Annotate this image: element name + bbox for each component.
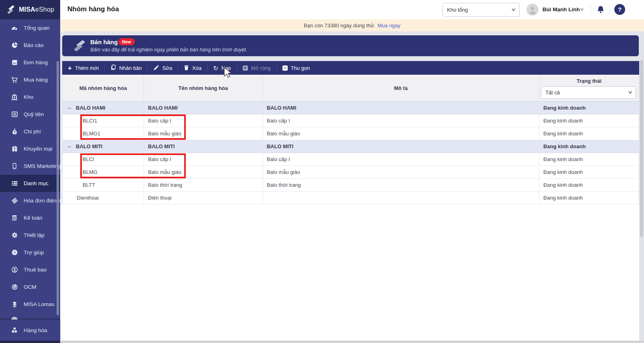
ocm-swirl-icon (10, 284, 18, 291)
table-row[interactable]: Dienthoai Điện thoại Đang kinh doanh (63, 192, 639, 204)
sidebar-item-thue-bao[interactable]: Thuê bao (0, 261, 60, 278)
report-icon (10, 42, 18, 49)
collapse-icon[interactable]: – (67, 106, 72, 110)
brand-text-bold: MISA (19, 6, 35, 13)
header-divider (591, 5, 591, 14)
table-row[interactable]: –BALO HAMI BALO HAMI BALO HAMI Đang kinh… (63, 102, 639, 114)
header-divider (610, 5, 610, 14)
sidebar-item-sms-marketing[interactable]: SMS Marketing (0, 157, 60, 175)
column-header-code[interactable]: Mã nhóm hàng hóa (63, 75, 144, 101)
sidebar-item-kho[interactable]: Kho (0, 88, 60, 106)
app-window: MISAeShop Tổng quan Báo cáo Đơn hàng (0, 0, 644, 343)
duplicate-icon (110, 64, 116, 71)
warehouse-icon (10, 94, 18, 101)
reload-button[interactable]: ↻ Nạp (207, 61, 236, 75)
new-badge: New (118, 38, 135, 45)
sidebar-item-tro-giup[interactable]: ? Trợ giúp (0, 244, 60, 261)
sidebar-item-hang-hoa[interactable]: Hàng hóa (0, 320, 60, 340)
dashboard-icon (10, 24, 18, 32)
warehouse-select-value: Kho tổng (447, 7, 468, 13)
status-cell: Đang kinh doanh (539, 179, 639, 191)
top-header: Nhóm hàng hóa Kho tổng ˅ Bùi Mạnh Linh ˅… (60, 0, 644, 19)
help-button[interactable]: ? (614, 4, 625, 15)
delete-button[interactable]: Xóa (178, 61, 207, 75)
sidebar-item-hoa-don-dien-tu[interactable]: Hóa đơn điện tử (0, 192, 60, 209)
lomas-layers-icon (10, 301, 18, 308)
trial-text: Bạn còn 73380 ngày dùng thử. (304, 22, 376, 29)
table-row[interactable]: BLMG1 Balo mẫu giáo Balo mẫu giáo Đang k… (63, 127, 639, 140)
misa-logo-icon (6, 4, 16, 15)
status-filter-select[interactable]: Tất cả ˅ (541, 86, 636, 99)
banner-title: Bán hàng (90, 39, 118, 45)
add-button[interactable]: + Thêm mới (62, 61, 104, 75)
table-row[interactable]: –BALO MITI BALO MITI BALO MITI Đang kinh… (63, 140, 639, 153)
page-scrollbar-thumb[interactable] (640, 60, 643, 237)
svg-text:$: $ (14, 131, 15, 134)
sidebar-item-thiet-lap[interactable]: Thiết lập (0, 227, 60, 244)
plus-icon: + (68, 65, 72, 71)
catalog-list-icon (10, 180, 18, 187)
warehouse-select[interactable]: Kho tổng ˅ (443, 3, 520, 17)
brand-logo[interactable]: MISAeShop (0, 0, 60, 19)
status-cell: Đang kinh doanh (539, 153, 639, 165)
trash-icon (184, 65, 189, 71)
page-title: Nhóm hàng hóa (67, 5, 119, 13)
sidebar-nav: Tổng quan Báo cáo Đơn hàng Mua hàng (0, 19, 60, 313)
column-header-name[interactable]: Tên nhóm hàng hóa (144, 75, 263, 101)
product-group-table: Mã nhóm hàng hóa Tên nhóm hàng hóa Mô tả… (62, 75, 639, 204)
column-header-description[interactable]: Mô tả (263, 75, 540, 101)
status-cell: Đang kinh doanh (539, 140, 639, 153)
accounting-calculator-icon (10, 214, 18, 222)
sidebar-item-tong-quan[interactable]: Tổng quan (0, 19, 60, 37)
sidebar-item-misa-lomas[interactable]: MISA Lomas (0, 296, 60, 313)
table-row[interactable]: BLTT Balo thời trang Balo thời trang Đan… (63, 179, 639, 192)
brand-text-light: eShop (35, 6, 54, 13)
edit-button[interactable]: Sửa (148, 61, 178, 75)
status-cell: Đang kinh doanh (539, 102, 639, 114)
sidebar-item-don-hang[interactable]: Đơn hàng (0, 54, 60, 71)
sidebar-item-chi-phi[interactable]: $ Chi phí (0, 123, 60, 140)
user-menu-chevron-icon[interactable]: ˅ (580, 7, 584, 12)
chevron-down-icon: ˅ (512, 7, 516, 13)
expense-moneybag-icon: $ (10, 128, 18, 135)
promotion-gift-icon (10, 145, 18, 153)
collapse-icon[interactable]: – (67, 144, 72, 149)
collapse-all-button[interactable]: − Thu gọn (277, 61, 316, 75)
table-row[interactable]: BLCI1 Balo cấp I Balo cấp I Đang kinh do… (63, 114, 639, 127)
sidebar-item-ocm[interactable]: OCM (0, 278, 60, 296)
status-cell: Đang kinh doanh (539, 114, 639, 127)
duplicate-button[interactable]: Nhân bản (105, 61, 147, 75)
user-name: Bùi Mạnh Linh (542, 6, 580, 12)
sidebar-item-danh-muc[interactable]: Danh mục (0, 175, 60, 192)
subscription-user-icon (10, 266, 18, 274)
bottom-edge-sidebar (0, 341, 60, 343)
partial-scrolled-icon (11, 317, 18, 320)
sidebar-item-khuyen-mai[interactable]: Khuyến mại (0, 140, 60, 157)
sidebar-item-mua-hang[interactable]: Mua hàng (0, 71, 60, 88)
table-row[interactable]: BLMG Balo mẫu giáo Balo mẫu giáo Đang ki… (63, 166, 639, 179)
notification-bell-icon[interactable] (596, 5, 605, 14)
expand-all-button[interactable]: + Mở rộng (237, 61, 276, 75)
column-header-status: Trạng thái Tất cả ˅ (539, 75, 639, 101)
pencil-icon (153, 65, 159, 71)
buy-now-link[interactable]: Mua ngay (378, 22, 400, 29)
banner-subtitle: Bấm vào đây để trải nghiệm ngay phiên bả… (90, 47, 247, 53)
status-cell: Đang kinh doanh (539, 192, 639, 204)
sales-banner[interactable]: Bán hàng New Bấm vào đây để trải nghiệm … (62, 35, 639, 56)
trial-notice-bar: Bạn còn 73380 ngày dùng thử. Mua ngay (60, 19, 644, 31)
sidebar-item-bao-cao[interactable]: Báo cáo (0, 37, 60, 54)
sidebar-bottom-section: Hàng hóa (0, 320, 60, 341)
status-cell: Đang kinh doanh (539, 127, 639, 140)
avatar[interactable] (526, 4, 538, 16)
status-cell: Đang kinh doanh (539, 166, 639, 178)
sidebar-scrollbar[interactable] (57, 61, 59, 315)
bottom-edge (60, 341, 644, 343)
einvoice-icon (10, 197, 18, 204)
help-icon: ? (10, 249, 18, 256)
sidebar-item-ke-toan[interactable]: Kế toán (0, 209, 60, 227)
goods-cubes-icon (10, 327, 18, 334)
settings-gear-icon (10, 232, 18, 239)
table-row[interactable]: BLCI Balo cấp I Balo cấp I Đang kinh doa… (63, 153, 639, 166)
cash-safe-icon (10, 111, 18, 118)
sidebar-item-quy-tien[interactable]: Quỹ tiền (0, 106, 60, 123)
